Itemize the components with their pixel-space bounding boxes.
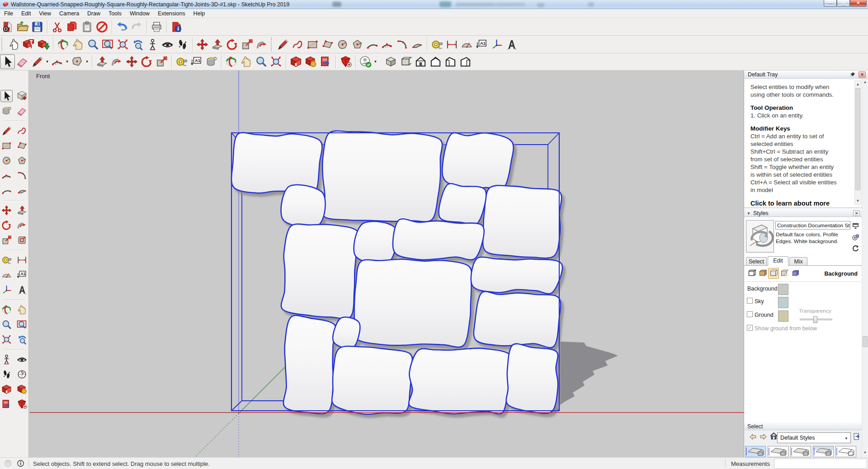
pan-icon[interactable] <box>71 37 85 52</box>
paste-icon[interactable] <box>80 19 94 34</box>
tray-header[interactable]: Default Tray ✕ <box>744 70 868 79</box>
orbit-icon[interactable] <box>0 304 13 316</box>
arc-icon[interactable] <box>365 37 380 52</box>
view-left-icon[interactable] <box>443 54 458 69</box>
view-right-icon[interactable] <box>458 54 473 69</box>
warehouse-3d-icon[interactable] <box>288 54 303 69</box>
push-pull-icon[interactable] <box>210 37 225 52</box>
background-color-swatch[interactable] <box>778 284 788 295</box>
nav-forward-icon[interactable] <box>759 433 768 441</box>
measurements-input[interactable] <box>774 459 867 469</box>
view-back-icon[interactable] <box>428 54 443 69</box>
tape-measure-icon[interactable] <box>0 254 13 266</box>
zoom-icon[interactable] <box>85 37 100 52</box>
orbit-icon[interactable] <box>224 54 239 69</box>
pie-icon[interactable] <box>16 184 28 197</box>
zoom-previous-icon[interactable] <box>130 37 145 52</box>
tray-scroll-up-icon[interactable]: ▲ <box>863 80 868 85</box>
undo-icon[interactable] <box>114 19 129 34</box>
menu-file[interactable]: File <box>0 9 17 18</box>
style-details-icon[interactable] <box>853 432 861 441</box>
two-point-arc-icon[interactable] <box>50 54 65 69</box>
menu-tools[interactable]: Tools <box>104 9 126 18</box>
tray-scroll-down-icon[interactable]: ▼ <box>863 450 868 455</box>
dropdown-arrow-icon[interactable]: ▼ <box>45 54 50 69</box>
tray-scroll-thumb[interactable] <box>863 336 868 347</box>
rotated-rectangle-icon[interactable] <box>16 140 28 152</box>
scroll-up-icon[interactable]: ▲ <box>855 81 861 87</box>
styles-collection-dropdown[interactable]: Default Styles ▼ <box>777 432 851 443</box>
stone[interactable] <box>354 221 397 264</box>
look-around-icon[interactable] <box>16 353 28 366</box>
axes-icon[interactable] <box>0 284 13 296</box>
rotate-icon[interactable] <box>0 219 13 231</box>
tab-select[interactable]: Select <box>746 257 767 265</box>
pie-icon[interactable] <box>410 37 425 52</box>
print-icon[interactable] <box>149 19 164 34</box>
select-icon[interactable] <box>0 54 15 69</box>
stone[interactable] <box>439 183 486 225</box>
claim-status-icon[interactable] <box>16 459 25 468</box>
line-icon[interactable] <box>275 37 290 52</box>
sky-color-swatch[interactable] <box>778 297 788 308</box>
hand-pointer-icon[interactable] <box>6 37 21 52</box>
component-add-icon[interactable] <box>16 398 28 410</box>
make-component-icon[interactable] <box>16 90 28 102</box>
show-ground-checkbox[interactable]: ✓ <box>747 325 753 331</box>
zoom-icon[interactable] <box>254 54 269 69</box>
rotated-rectangle-icon[interactable] <box>320 37 335 52</box>
component-add-icon[interactable] <box>338 54 353 69</box>
look-around-icon[interactable] <box>160 37 175 52</box>
rotate-icon[interactable] <box>139 54 154 69</box>
style-thumbnail[interactable] <box>790 446 811 457</box>
collapse-arrow-icon[interactable]: ▼ <box>747 211 750 216</box>
layout-icon[interactable] <box>318 54 333 69</box>
push-pull-icon[interactable] <box>16 204 28 216</box>
erase-all-icon[interactable] <box>94 19 109 34</box>
menu-edit[interactable]: Edit <box>17 9 35 18</box>
stone[interactable] <box>474 291 561 347</box>
pan-icon[interactable] <box>16 304 28 316</box>
stone[interactable] <box>281 224 359 319</box>
tape-measure-icon[interactable] <box>174 54 189 69</box>
dimension-icon[interactable] <box>444 37 459 52</box>
zoom-window-icon[interactable] <box>100 37 115 52</box>
turn-around-icon[interactable] <box>16 368 28 380</box>
component-green-icon[interactable] <box>36 37 51 52</box>
stone[interactable] <box>281 185 326 227</box>
polygon-icon[interactable] <box>16 155 28 167</box>
stone[interactable] <box>333 317 360 349</box>
stone[interactable] <box>506 344 558 413</box>
orbit-icon[interactable] <box>56 37 71 52</box>
text-icon[interactable]: A1 <box>474 37 489 52</box>
rectangle-icon[interactable] <box>305 37 320 52</box>
stone[interactable] <box>442 133 514 190</box>
copy-icon[interactable] <box>65 19 80 34</box>
follow-me-icon[interactable] <box>109 54 124 69</box>
watermark-settings-icon[interactable] <box>779 268 790 279</box>
create-new-style-icon[interactable] <box>852 234 859 241</box>
text-icon[interactable]: A1 <box>189 54 204 69</box>
dropdown-arrow-icon[interactable]: ▼ <box>65 54 70 69</box>
nav-back-icon[interactable] <box>749 433 757 441</box>
menu-draw[interactable]: Draw <box>83 9 104 18</box>
protractor-icon[interactable] <box>0 269 13 281</box>
offset-icon[interactable] <box>16 234 28 246</box>
instructor-link[interactable]: Click to learn about more <box>750 199 851 207</box>
style-thumbnail[interactable] <box>813 446 834 457</box>
menu-camera[interactable]: Camera <box>55 9 83 18</box>
follow-me-icon[interactable] <box>16 219 28 231</box>
dropdown-arrow-icon[interactable]: ▼ <box>373 54 378 69</box>
stone[interactable] <box>471 257 562 294</box>
transparency-slider[interactable] <box>800 319 832 320</box>
arc-icon[interactable] <box>0 184 13 197</box>
slider-thumb[interactable] <box>813 316 817 323</box>
two-point-arc-icon[interactable] <box>0 169 13 182</box>
extension-warehouse-icon[interactable] <box>16 383 28 395</box>
stone[interactable] <box>283 315 336 414</box>
menu-help[interactable]: Help <box>189 9 209 18</box>
paint-bucket-icon[interactable] <box>0 105 13 117</box>
freehand-icon[interactable] <box>290 37 305 52</box>
zoom-extents-icon[interactable] <box>115 37 130 52</box>
move-icon[interactable] <box>124 54 139 69</box>
